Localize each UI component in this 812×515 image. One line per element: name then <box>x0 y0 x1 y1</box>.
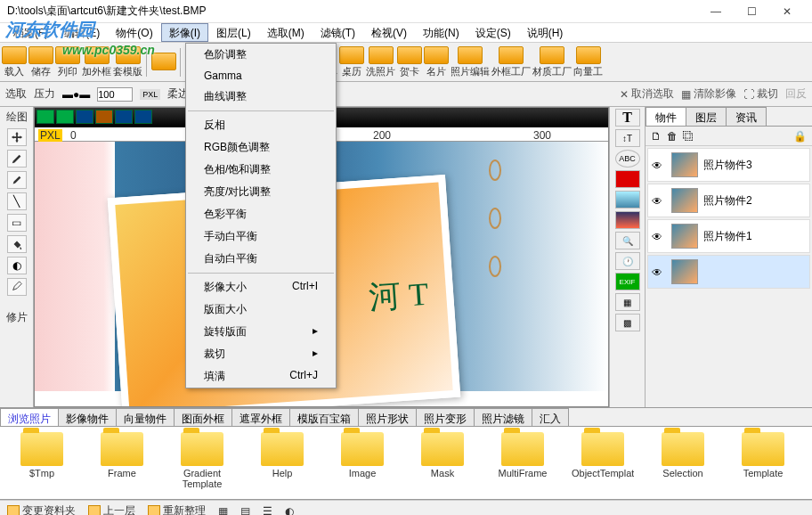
minimize-button[interactable]: — <box>698 1 734 22</box>
exif-tool[interactable]: EXIF <box>615 273 640 290</box>
menu-item[interactable]: 亮度/对比调整 <box>186 181 336 203</box>
visibility-icon[interactable]: 👁 <box>652 195 666 206</box>
lock-layer-icon[interactable]: 🔒 <box>793 130 807 143</box>
folder-Gradient Template[interactable]: Gradient Template <box>171 432 233 494</box>
line-tool[interactable]: ╲ <box>7 192 27 210</box>
folder-Selection[interactable]: Selection <box>652 432 714 494</box>
layer-item[interactable]: 👁 <box>647 255 810 289</box>
new-layer-icon[interactable]: 🗋 <box>651 130 662 143</box>
tool-照片编辑[interactable]: 照片编辑 <box>451 46 490 78</box>
delete-layer-icon[interactable]: 🗑 <box>667 130 678 143</box>
bottom-tab-9[interactable]: 汇入 <box>532 408 569 426</box>
bottom-tab-3[interactable]: 图面外框 <box>174 408 232 426</box>
bottom-tab-1[interactable]: 影像物件 <box>58 408 117 426</box>
bottom-tab-2[interactable]: 向量物件 <box>116 408 175 426</box>
menu-item[interactable]: 色阶调整 <box>186 44 336 66</box>
folder-Mask[interactable]: Mask <box>411 432 474 494</box>
menu-10[interactable]: 说明(H) <box>519 23 572 42</box>
menu-4[interactable]: 图层(L) <box>208 23 259 42</box>
red-tool[interactable] <box>615 170 640 188</box>
change-folder-button[interactable]: 变更资料夹 <box>7 503 76 515</box>
tool-外框工厂[interactable]: 外框工厂 <box>491 46 531 78</box>
menu-item[interactable]: 旋转版面 <box>186 321 336 343</box>
view-icon-3[interactable]: ☰ <box>263 505 272 516</box>
tool-向量工[interactable]: 向量工 <box>573 46 603 78</box>
sunset-tool[interactable] <box>615 211 640 229</box>
view-icon-1[interactable]: ▦ <box>218 505 228 516</box>
pencil-tool[interactable] <box>7 171 27 189</box>
tool-储存[interactable]: 储存 <box>28 46 53 78</box>
maximize-button[interactable]: ☐ <box>734 1 769 22</box>
cut-button[interactable] <box>95 110 113 124</box>
abc-tool[interactable]: ABC <box>615 150 640 168</box>
panel-tab-资讯[interactable]: 资讯 <box>726 107 767 126</box>
menu-item[interactable]: 填满Ctrl+J <box>186 365 336 388</box>
bottom-tab-7[interactable]: 照片变形 <box>416 408 475 426</box>
folder-$Tmp[interactable]: $Tmp <box>11 432 73 494</box>
up-level-button[interactable]: 上一层 <box>88 503 135 515</box>
layer-item[interactable]: 👁照片物件3 <box>647 148 810 182</box>
layer-item[interactable]: 👁照片物件1 <box>647 219 810 253</box>
folder-MultiFrame[interactable]: MultiFrame <box>491 432 554 494</box>
tool-名片[interactable]: 名片 <box>424 46 449 78</box>
tool-5[interactable] <box>151 53 176 71</box>
copy-layer-icon[interactable]: ⿻ <box>683 130 694 143</box>
view-icon-2[interactable]: ▤ <box>240 505 250 516</box>
menu-item[interactable]: 自动白平衡 <box>186 248 336 270</box>
cancel-selection-button[interactable]: ✕取消选取 <box>620 86 674 102</box>
menu-item[interactable]: 裁切 <box>186 343 336 365</box>
menu-9[interactable]: 设定(S) <box>467 23 519 42</box>
grid-tool[interactable]: ▦ <box>615 293 640 311</box>
gradient-tool[interactable]: ◐ <box>7 257 27 274</box>
menu-8[interactable]: 功能(N) <box>415 23 467 42</box>
menu-item[interactable]: 曲线调整 <box>186 86 336 108</box>
view-icon-4[interactable]: ◐ <box>285 505 294 516</box>
menu-item[interactable]: RGB颜色调整 <box>186 136 336 159</box>
refresh-button[interactable]: 重新整理 <box>148 503 206 515</box>
tool-载入[interactable]: 载入 <box>2 46 27 78</box>
tool-贺卡[interactable]: 贺卡 <box>397 46 422 78</box>
menu-item[interactable]: 手动白平衡 <box>186 225 336 248</box>
panel-tab-图层[interactable]: 图层 <box>686 107 727 126</box>
folder-ObjectTemplate[interactable]: ObjectTemplate <box>572 432 634 494</box>
tool-桌历[interactable]: 桌历 <box>339 46 364 78</box>
copy-button[interactable] <box>115 110 133 124</box>
menu-5[interactable]: 选取(M) <box>259 23 313 42</box>
tool-材质工厂[interactable]: 材质工厂 <box>532 46 572 78</box>
menu-2[interactable]: 物件(O) <box>108 23 160 42</box>
clear-image-button[interactable]: ▦清除影像 <box>681 86 736 102</box>
menu-7[interactable]: 检视(V) <box>363 23 415 42</box>
visibility-icon[interactable]: 👁 <box>652 266 666 277</box>
blue-tool[interactable] <box>615 191 640 208</box>
bottom-tab-8[interactable]: 照片滤镜 <box>474 408 532 426</box>
menu-item[interactable]: 反相 <box>186 114 336 136</box>
eyedropper-tool[interactable] <box>7 278 27 296</box>
bottom-tab-4[interactable]: 遮罩外框 <box>231 408 290 426</box>
folder-Frame[interactable]: Frame <box>91 432 153 494</box>
undo-button[interactable] <box>37 110 54 124</box>
menu-item[interactable]: 色相/饱和调整 <box>186 159 336 181</box>
checker-tool[interactable]: ▩ <box>615 314 640 331</box>
tool-洗照片[interactable]: 洗照片 <box>366 46 395 78</box>
zoom-tool[interactable]: 🔍 <box>615 232 640 249</box>
bottom-tab-5[interactable]: 模版百宝箱 <box>289 408 359 426</box>
move-tool[interactable] <box>7 128 27 146</box>
text-tool[interactable]: T <box>615 109 640 127</box>
menu-item[interactable]: 色彩平衡 <box>186 203 336 225</box>
pressure-input[interactable] <box>97 87 133 102</box>
menu-item[interactable]: Gamma <box>186 66 336 86</box>
bucket-tool[interactable] <box>7 235 27 253</box>
brush-tool[interactable] <box>7 150 27 168</box>
bottom-tab-0[interactable]: 浏览照片 <box>0 408 59 426</box>
menu-item[interactable]: 影像大小Ctrl+I <box>186 276 336 298</box>
history-button[interactable] <box>76 110 93 124</box>
rect-tool[interactable]: ▭ <box>7 214 27 232</box>
bottom-tab-6[interactable]: 照片形状 <box>358 408 417 426</box>
reverse-button[interactable]: 回反 <box>785 86 807 102</box>
paste-button[interactable] <box>134 110 152 124</box>
panel-tab-物件[interactable]: 物件 <box>646 107 686 126</box>
vtext-tool[interactable]: ↕T <box>615 129 640 147</box>
folder-Help[interactable]: Help <box>251 432 313 494</box>
folder-Template[interactable]: Template <box>732 432 794 494</box>
folder-Image[interactable]: Image <box>331 432 394 494</box>
